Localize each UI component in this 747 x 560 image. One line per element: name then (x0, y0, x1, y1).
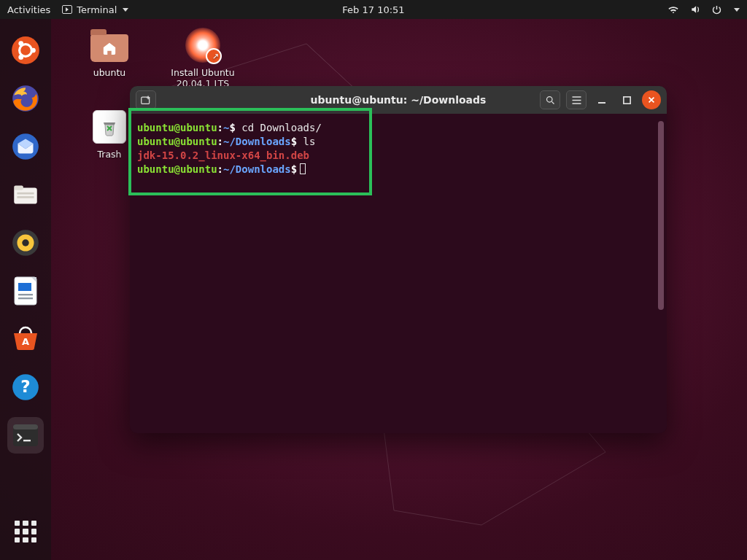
svg-rect-22 (13, 424, 38, 429)
dock-files[interactable] (7, 176, 44, 213)
svg-rect-26 (598, 102, 605, 104)
scrollbar-thumb[interactable] (658, 121, 664, 310)
terminal-icon (62, 5, 72, 14)
terminal-window: ubuntu@ubuntu: ~/Downloads ubuntu@ubuntu… (130, 86, 667, 433)
dock-ubuntu-software[interactable]: A (7, 321, 44, 357)
svg-rect-9 (17, 192, 34, 195)
dock-rhythmbox[interactable] (7, 225, 44, 261)
minimize-button[interactable] (592, 90, 611, 109)
apps-grid-icon (15, 521, 36, 542)
show-applications-button[interactable] (7, 513, 44, 550)
top-bar: Activities Terminal Feb 17 10:51 (0, 0, 747, 19)
activities-button[interactable]: Activities (7, 4, 50, 15)
terminal-line: ubuntu@ubuntu:~/Downloads$ ls (137, 135, 658, 149)
dock-libreoffice-writer[interactable] (7, 273, 44, 309)
hamburger-menu-button[interactable] (566, 90, 587, 109)
wifi-icon[interactable] (667, 4, 679, 15)
svg-point-3 (18, 41, 23, 46)
dock-firefox[interactable] (7, 80, 44, 117)
svg-point-2 (31, 48, 36, 53)
terminal-scrollbar[interactable] (658, 121, 664, 426)
svg-text:?: ? (20, 377, 30, 396)
dock-help[interactable]: ? (7, 369, 44, 405)
svg-rect-7 (14, 188, 37, 204)
svg-rect-10 (17, 196, 34, 198)
dock-terminal[interactable] (7, 417, 44, 454)
volume-icon[interactable] (689, 4, 701, 15)
app-menu[interactable]: Terminal (62, 4, 128, 15)
desktop-install-label1: Install Ubuntu (166, 67, 239, 78)
power-icon[interactable] (711, 4, 722, 15)
search-button[interactable] (540, 90, 560, 109)
dock-thunderbird[interactable] (7, 128, 44, 165)
dock: A ? (0, 19, 51, 560)
svg-point-25 (546, 96, 552, 102)
cursor-icon (300, 163, 306, 174)
svg-rect-16 (18, 294, 33, 295)
svg-rect-17 (18, 298, 33, 299)
terminal-line: ubuntu@ubuntu:~$ cd Downloads/ (137, 121, 658, 135)
chevron-down-icon (123, 8, 128, 12)
new-tab-button[interactable] (136, 90, 156, 109)
terminal-body[interactable]: ubuntu@ubuntu:~$ cd Downloads/ ubuntu@ub… (130, 114, 667, 433)
svg-rect-27 (623, 96, 630, 103)
svg-point-13 (22, 239, 28, 246)
desktop-home-label: ubuntu (73, 67, 146, 78)
terminal-title: ubuntu@ubuntu: ~/Downloads (311, 94, 487, 106)
svg-rect-8 (14, 185, 23, 190)
svg-text:A: A (22, 336, 29, 347)
close-button[interactable] (642, 90, 661, 109)
desktop-install-ubuntu[interactable]: ↗ Install Ubuntu 20.04.1 LTS (166, 26, 239, 89)
app-menu-label: Terminal (77, 4, 117, 15)
terminal-line: ubuntu@ubuntu:~/Downloads$ (137, 163, 658, 176)
system-menu-caret-icon[interactable] (734, 8, 740, 12)
clock[interactable]: Feb 17 10:51 (342, 4, 404, 15)
svg-rect-23 (23, 440, 31, 441)
svg-rect-15 (18, 283, 31, 291)
terminal-titlebar[interactable]: ubuntu@ubuntu: ~/Downloads (130, 86, 667, 114)
maximize-button[interactable] (617, 90, 636, 109)
terminal-line: jdk-15.0.2_linux-x64_bin.deb (137, 149, 658, 163)
desktop-home-folder[interactable]: ubuntu (73, 26, 146, 78)
dock-ubuntu-logo[interactable] (7, 32, 44, 69)
svg-point-4 (18, 55, 23, 60)
